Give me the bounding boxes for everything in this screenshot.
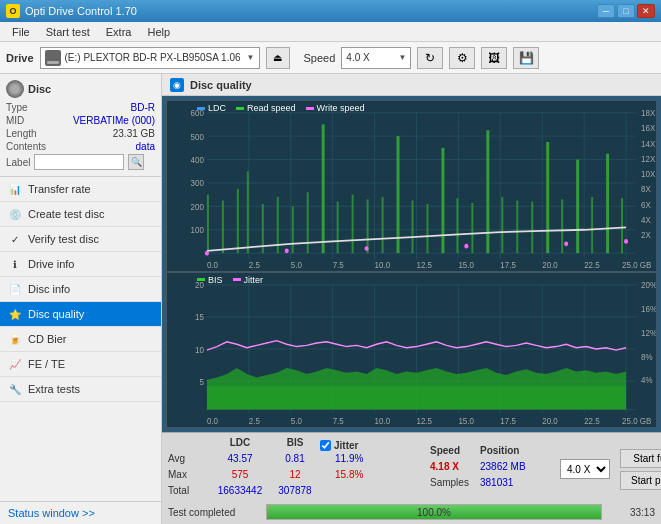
svg-text:16X: 16X bbox=[641, 123, 655, 134]
svg-rect-44 bbox=[207, 195, 209, 254]
svg-rect-70 bbox=[591, 197, 593, 253]
max-bis: 12 bbox=[270, 469, 320, 485]
position-value: 23862 MB bbox=[480, 461, 550, 477]
status-window-button[interactable]: Status window >> bbox=[0, 501, 161, 524]
sidebar-item-drive-info[interactable]: ℹ Drive info bbox=[0, 252, 161, 277]
total-ldc: 16633442 bbox=[210, 485, 270, 501]
sidebar-item-create-test-disc[interactable]: 💿 Create test disc bbox=[0, 202, 161, 227]
svg-rect-60 bbox=[441, 148, 444, 253]
sidebar-item-extra-tests[interactable]: 🔧 Extra tests bbox=[0, 377, 161, 402]
total-jitter-empty bbox=[320, 485, 410, 501]
position-col-header: Position bbox=[480, 445, 550, 461]
menu-help[interactable]: Help bbox=[139, 24, 178, 40]
bottom-chart: BIS Jitter bbox=[166, 272, 657, 428]
image-button[interactable]: 🖼 bbox=[481, 47, 507, 69]
avg-bis: 0.81 bbox=[270, 453, 320, 469]
svg-text:10.0: 10.0 bbox=[375, 260, 391, 271]
svg-text:500: 500 bbox=[191, 131, 204, 142]
total-bis: 307878 bbox=[270, 485, 320, 501]
svg-text:8%: 8% bbox=[641, 351, 653, 362]
start-full-button[interactable]: Start full bbox=[620, 449, 661, 468]
sidebar-item-fe-te[interactable]: 📈 FE / TE bbox=[0, 352, 161, 377]
disc-section-title: Disc bbox=[28, 83, 51, 95]
close-button[interactable]: ✕ bbox=[637, 4, 655, 18]
svg-rect-50 bbox=[292, 206, 294, 253]
svg-rect-67 bbox=[546, 142, 549, 253]
read-speed-legend-label: Read speed bbox=[247, 103, 296, 113]
eject-button[interactable]: ⏏ bbox=[266, 47, 290, 69]
transfer-rate-icon: 📊 bbox=[8, 182, 22, 196]
speed-dropdown-arrow: ▼ bbox=[398, 53, 406, 62]
svg-text:12X: 12X bbox=[641, 153, 655, 164]
disc-info-label: Disc info bbox=[28, 283, 70, 295]
maximize-button[interactable]: □ bbox=[617, 4, 635, 18]
speed-dropdown[interactable]: 4.0 X 2.0 X 8.0 X bbox=[560, 459, 610, 479]
menu-file[interactable]: File bbox=[4, 24, 38, 40]
label-icon-button[interactable]: 🔍 bbox=[128, 154, 144, 170]
svg-rect-57 bbox=[397, 136, 400, 253]
svg-text:25.0 GB: 25.0 GB bbox=[622, 415, 651, 426]
svg-text:22.5: 22.5 bbox=[584, 415, 600, 426]
max-ldc: 575 bbox=[210, 469, 270, 485]
contents-value: data bbox=[136, 141, 155, 152]
svg-text:5: 5 bbox=[199, 376, 204, 387]
label-input[interactable] bbox=[34, 154, 124, 170]
avg-ldc: 43.57 bbox=[210, 453, 270, 469]
jitter-checkbox[interactable] bbox=[320, 440, 331, 451]
start-part-button[interactable]: Start part bbox=[620, 471, 661, 490]
sidebar-item-cd-bier[interactable]: 🍺 CD Bier bbox=[0, 327, 161, 352]
extra-tests-label: Extra tests bbox=[28, 383, 80, 395]
svg-rect-47 bbox=[247, 171, 249, 253]
refresh-button[interactable]: ↻ bbox=[417, 47, 443, 69]
svg-point-77 bbox=[564, 241, 568, 246]
sidebar-item-disc-info[interactable]: 📄 Disc info bbox=[0, 277, 161, 302]
fe-te-label: FE / TE bbox=[28, 358, 65, 370]
jitter-legend-label: Jitter bbox=[244, 275, 264, 285]
transfer-rate-label: Transfer rate bbox=[28, 183, 91, 195]
svg-rect-54 bbox=[352, 195, 354, 254]
cd-bier-icon: 🍺 bbox=[8, 332, 22, 346]
svg-text:0.0: 0.0 bbox=[207, 260, 218, 271]
menu-bar: File Start test Extra Help bbox=[0, 22, 661, 42]
action-buttons: Start full Start part bbox=[620, 449, 661, 490]
status-text: Test completed bbox=[168, 507, 258, 518]
mid-value: VERBATIMe (000) bbox=[73, 115, 155, 126]
svg-text:18X: 18X bbox=[641, 108, 655, 119]
svg-rect-65 bbox=[516, 200, 518, 253]
save-button[interactable]: 💾 bbox=[513, 47, 539, 69]
svg-text:14X: 14X bbox=[641, 138, 655, 149]
svg-rect-52 bbox=[322, 124, 325, 253]
minimize-button[interactable]: ─ bbox=[597, 4, 615, 18]
menu-extra[interactable]: Extra bbox=[98, 24, 140, 40]
bis-legend-color bbox=[197, 278, 205, 281]
bottom-panel: LDC BIS Jitter Avg 43.57 0.81 11.9% Max … bbox=[162, 432, 661, 524]
speed-label: Speed bbox=[304, 52, 336, 64]
settings-button[interactable]: ⚙ bbox=[449, 47, 475, 69]
svg-text:8X: 8X bbox=[641, 184, 651, 195]
samples-label: Samples bbox=[430, 477, 480, 493]
sidebar-item-transfer-rate[interactable]: 📊 Transfer rate bbox=[0, 177, 161, 202]
speed-position-grid: Speed Position 4.18 X 23862 MB Samples 3… bbox=[430, 445, 550, 493]
chart-title: Disc quality bbox=[190, 79, 252, 91]
sidebar-item-disc-quality[interactable]: ⭐ Disc quality bbox=[0, 302, 161, 327]
svg-text:400: 400 bbox=[191, 154, 204, 165]
svg-rect-51 bbox=[307, 192, 309, 253]
svg-rect-72 bbox=[621, 198, 623, 253]
title-bar: O Opti Drive Control 1.70 ─ □ ✕ bbox=[0, 0, 661, 22]
app-icon: O bbox=[6, 4, 20, 18]
speed-selector[interactable]: 4.0 X ▼ bbox=[341, 47, 411, 69]
svg-text:15: 15 bbox=[195, 312, 204, 323]
drive-dropdown-arrow: ▼ bbox=[247, 53, 255, 62]
menu-start-test[interactable]: Start test bbox=[38, 24, 98, 40]
speed-col-header: Speed bbox=[430, 445, 480, 461]
content-area: ◉ Disc quality LDC Read speed bbox=[162, 74, 661, 524]
jitter-legend-color bbox=[233, 278, 241, 281]
drive-selector[interactable]: (E:) PLEXTOR BD-R PX-LB950SA 1.06 ▼ bbox=[40, 47, 260, 69]
svg-rect-71 bbox=[606, 154, 609, 253]
svg-text:4X: 4X bbox=[641, 214, 651, 225]
svg-rect-64 bbox=[501, 197, 503, 253]
chart-icon: ◉ bbox=[170, 78, 184, 92]
extra-tests-icon: 🔧 bbox=[8, 382, 22, 396]
contents-label: Contents bbox=[6, 141, 46, 152]
sidebar-item-verify-test-disc[interactable]: ✓ Verify test disc bbox=[0, 227, 161, 252]
